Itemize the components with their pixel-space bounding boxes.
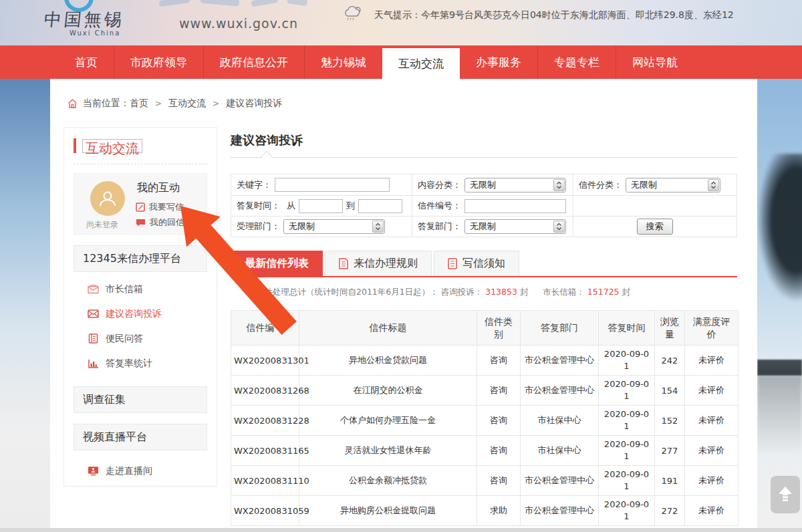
mayor-count: 151725 (587, 287, 620, 297)
login-status: 尚未登录 (86, 219, 118, 231)
reply-time-to-input[interactable] (358, 199, 402, 213)
letter-title-link[interactable]: 异地购房公积金提取问题 (299, 496, 477, 526)
site-logo[interactable]: 中国無锡 (43, 8, 166, 31)
weather-alert-text: 天气提示：今年第9号台风美莎克今日04时位于东海北部海面、即北纬29.8度、东经… (374, 9, 734, 21)
col-reply-dept: 答复部门 (521, 311, 599, 346)
letters-table: 信件编号 信件标题 信件类别 答复部门 答复时间 浏览量 满意度评价 WX202… (231, 310, 739, 526)
select-stepper-icon (372, 221, 384, 233)
page: 中国無锡 Wuxi China www.wuxi.gov.cn 天气提示：今年第… (0, 0, 802, 532)
site-logo-en: Wuxi China (70, 29, 120, 37)
calligraphy-stroke (159, 0, 190, 7)
nav-item-charm[interactable]: 魅力锡城 (304, 45, 382, 79)
document-icon (448, 258, 457, 269)
letter-title-link[interactable]: 在江阴交的公积金 (299, 376, 477, 406)
write-pen-icon (136, 203, 145, 212)
home-icon (67, 98, 78, 109)
nav-item-special-topics[interactable]: 专题专栏 (537, 45, 616, 79)
up-arrow-icon (778, 486, 793, 503)
table-row: WX20200831059 异地购房公积金提取问题 求助 市公积金管理中心 20… (231, 496, 739, 526)
letter-category-cell: 信件分类： 无限制 (573, 174, 736, 195)
breadcrumb: 当前位置： 首页 > 互动交流 > 建议咨询投诉 (67, 98, 282, 110)
annotation-arrow (164, 198, 307, 342)
nav-item-leaders[interactable]: 市政府领导 (114, 45, 203, 79)
reply-chat-icon (136, 219, 146, 227)
keyword-cell: 关键字： (231, 174, 412, 195)
content-category-select[interactable]: 无限制 (464, 178, 566, 192)
sidebar-header-video[interactable]: 视频直播平台 (74, 424, 207, 450)
letter-title-link[interactable]: 灵活就业女性退休年龄 (299, 436, 477, 466)
document-icon (339, 258, 348, 269)
table-row: WX20200831268 在江阴交的公积金 咨询 市公积金管理中心 2020-… (231, 376, 739, 406)
weather-cloud-icon (344, 5, 364, 25)
col-letter-type: 信件类别 (477, 311, 521, 346)
breadcrumb-home[interactable]: 首页 (130, 98, 148, 110)
nav-item-sitemap[interactable]: 网站导航 (616, 45, 694, 79)
keyword-label: 关键字： (237, 179, 271, 191)
divider-notch (261, 151, 273, 162)
search-cell: 搜索 (573, 216, 736, 237)
letter-category-select[interactable]: 无限制 (626, 178, 720, 192)
reply-dept-cell: 答复部门： 无限制 (412, 216, 573, 237)
breadcrumb-label: 当前位置： (83, 98, 130, 110)
letter-title-link[interactable]: 异地公积金贷款问题 (299, 346, 477, 376)
right-photo-strip (757, 79, 802, 532)
tree-silhouette (758, 154, 802, 301)
tab-handling-rules[interactable]: 来信办理规则 (325, 251, 432, 276)
sidebar-item-reply-stats[interactable]: 答复率统计 (88, 351, 217, 376)
faq-book-icon (88, 334, 99, 344)
my-interaction-heading: 我的互动 (137, 181, 180, 195)
content-category-label: 内容分类： (418, 179, 461, 191)
letter-number-cell: 信件编号： (412, 195, 573, 216)
letter-number-input[interactable] (464, 199, 566, 213)
sidebar-item-live-room[interactable]: 走进直播间 (88, 458, 217, 483)
keyword-input[interactable] (275, 178, 390, 192)
table-row: WX20200831228 个体户如何办理五险一金 咨询 市社保中心 2020-… (231, 406, 739, 436)
search-button[interactable]: 搜索 (637, 219, 673, 235)
col-satisfaction: 满意度评价 (685, 311, 739, 346)
letter-number-label: 信件编号： (418, 200, 461, 212)
back-to-top-button[interactable] (771, 476, 800, 513)
site-url[interactable]: www.wuxi.gov.cn (179, 16, 298, 31)
breadcrumb-separator: > (213, 99, 219, 108)
reply-dept-select[interactable]: 无限制 (464, 219, 566, 234)
select-stepper-icon (553, 179, 565, 191)
tab-writing-notes[interactable]: 写信须知 (434, 251, 519, 276)
breadcrumb-separator: > (155, 99, 162, 108)
nav-item-info-disclosure[interactable]: 政府信息公开 (203, 45, 304, 79)
calligraphy-stroke (200, 0, 240, 7)
letter-title-link[interactable]: 公积金余额冲抵贷款 (299, 466, 477, 496)
table-row: WX20200831165 灵活就业女性退休年龄 咨询 市社保中心 2020-0… (231, 436, 739, 466)
select-stepper-icon (708, 179, 719, 191)
col-views: 浏览量 (655, 311, 685, 346)
envelope-icon (88, 309, 99, 318)
page-title: 建议咨询投诉 (231, 132, 737, 148)
bridge-silhouette (757, 360, 802, 376)
breadcrumb-interaction[interactable]: 互动交流 (168, 98, 206, 110)
table-row: WX20200831110 公积金余额冲抵贷款 咨询 市公积金管理中心 2020… (231, 466, 739, 496)
sidebar-header-survey[interactable]: 调查征集 (74, 386, 207, 413)
col-reply-time: 答复时间 (599, 311, 655, 346)
empty-cell (573, 195, 736, 216)
breadcrumb-current: 建议咨询投诉 (226, 98, 282, 110)
letter-stats: 信件处理总计（统计时间自2011年6月1日起）： 咨询投诉： 313853 封 … (256, 287, 737, 298)
bar-chart-icon (88, 359, 99, 368)
col-letter-title: 信件标题 (299, 311, 477, 346)
mailbox-icon (88, 284, 99, 294)
reply-dept-label: 答复部门： (418, 221, 461, 233)
select-stepper-icon (553, 221, 565, 233)
sidebar-title: 互动交流 (74, 138, 207, 164)
title-divider (231, 157, 737, 158)
nav-item-home[interactable]: 首页 (59, 45, 114, 79)
left-photo-strip (0, 79, 50, 532)
nav-item-interaction[interactable]: 互动交流 (382, 48, 460, 79)
bottom-bar (0, 528, 802, 532)
letter-title-link[interactable]: 个体户如何办理五险一金 (299, 406, 477, 436)
avatar (90, 181, 125, 216)
consult-count: 313853 (485, 287, 517, 297)
main-nav: 首页 市政府领导 政府信息公开 魅力锡城 互动交流 办事服务 专题专栏 网站导航 (0, 45, 802, 79)
table-row: WX20200831301 异地公积金贷款问题 咨询 市公积金管理中心 2020… (231, 346, 739, 376)
red-accent-bar (74, 138, 76, 153)
nav-item-services[interactable]: 办事服务 (460, 45, 537, 79)
calligraphy-stroke (287, 0, 307, 6)
letter-category-label: 信件分类： (579, 179, 622, 191)
